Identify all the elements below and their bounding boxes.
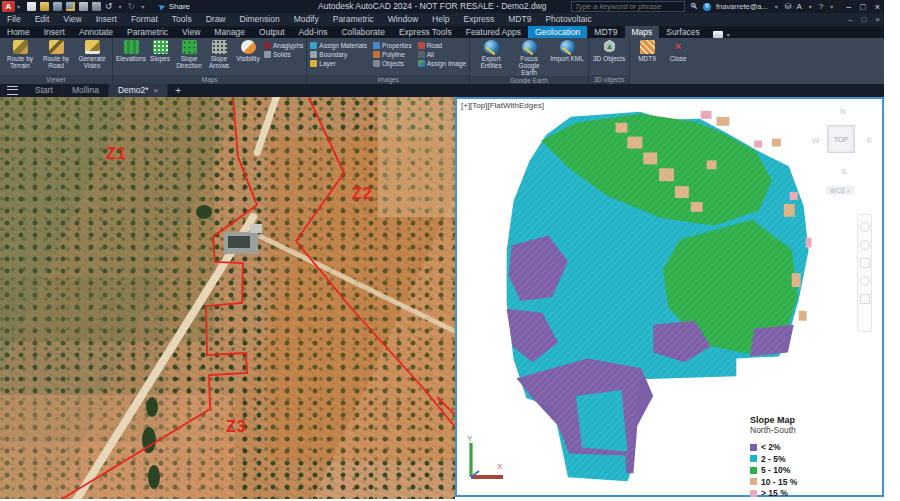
slope-map-viewport[interactable]: [+][Top][FlatWithEdges] N W TOP E S WCS … [455,97,884,497]
elevations-button[interactable]: Elevations [116,40,146,62]
full-navigation-wheel-icon[interactable] [860,222,870,232]
viewcube-west[interactable]: W [812,136,820,145]
tab-view[interactable]: View [175,26,207,38]
aerial-viewport[interactable]: Z1 Z2 Z3 [0,97,455,499]
tab-insert[interactable]: Insert [37,26,72,38]
ribbon-display-toggle[interactable]: ▾ [713,31,732,38]
doc-close-button[interactable]: × [875,13,880,26]
new-tab-button[interactable]: + [168,85,188,96]
export-entities-button[interactable]: Export Entities [473,40,509,69]
redo-caret-icon[interactable]: ▾ [141,3,144,10]
file-tab-close-icon[interactable]: × [154,84,159,97]
menu-item[interactable]: File [0,13,28,26]
viewcube-east[interactable]: E [867,136,872,145]
menu-item[interactable]: Insert [89,13,124,26]
assign-image-button[interactable]: Assign Image [418,60,466,67]
maximize-button[interactable]: □ [860,2,865,12]
account-name[interactable]: fnavarrete@a... [716,2,768,11]
file-tab-mollina[interactable]: Mollina [63,84,109,97]
search-box[interactable] [571,1,685,12]
tab-mdt9[interactable]: MDT9 [587,26,624,38]
route-by-terrain-button[interactable]: Route by Terrain [3,40,37,69]
tab-express-tools[interactable]: Express Tools [392,26,459,38]
menu-item[interactable]: MDT9 [501,13,538,26]
menu-item[interactable]: Format [124,13,165,26]
open-file-icon[interactable] [40,2,49,11]
share-button[interactable]: ➤Share [158,2,190,12]
layer-button[interactable]: Layer [310,60,367,67]
undo-icon[interactable]: ↺ [105,2,113,11]
menu-item[interactable]: View [56,13,88,26]
panel-maps-label[interactable]: Maps [113,75,306,84]
visibility-button[interactable]: Visibility [234,40,262,62]
tab-maps[interactable]: Maps [625,26,660,38]
print-icon[interactable] [92,2,101,11]
tab-surfaces[interactable]: Surfaces [659,26,707,38]
autocad-logo-icon[interactable]: A [2,1,15,12]
objects-button[interactable]: Objects [373,60,412,67]
assign-materials-button[interactable]: Assign Materials [310,42,367,49]
tab-annotate[interactable]: Annotate [72,26,120,38]
account-caret-icon[interactable]: ▾ [775,3,778,10]
menu-item[interactable]: Help [425,13,456,26]
viewcube-north[interactable]: N [840,107,846,116]
route-by-road-button[interactable]: Route by Road [39,40,73,69]
viewcube-wcs-menu[interactable]: WCS ▾ [826,186,854,195]
menu-item[interactable]: Photovoltaic [538,13,598,26]
menu-item[interactable]: Express [457,13,502,26]
menu-item[interactable]: Parametric [326,13,381,26]
user-avatar-icon[interactable] [703,3,711,11]
viewcube-top-face[interactable]: TOP [827,125,855,153]
autodesk-a-icon[interactable]: A [796,0,801,13]
menu-item[interactable]: Window [381,13,425,26]
tab-manage[interactable]: Manage [207,26,252,38]
plot-icon[interactable] [79,2,88,11]
doc-minimize-button[interactable]: – [848,13,852,26]
pan-icon[interactable] [860,240,870,250]
solids-button[interactable]: Solids [264,51,303,58]
tab-output[interactable]: Output [252,26,292,38]
file-tab-demo2[interactable]: Demo2*× [109,84,168,97]
file-tab-menu-icon[interactable] [7,86,18,95]
panel-3d-objects-label[interactable]: 3D objects [589,75,629,84]
menu-item[interactable]: Draw [199,13,233,26]
viewcube-south[interactable]: S [841,167,846,176]
doc-restore-button[interactable]: □ [861,13,866,26]
menu-item[interactable]: Modify [287,13,326,26]
app-store-cart-icon[interactable]: ⛁ [785,0,792,13]
close-window-button[interactable]: × [875,2,880,12]
menu-item[interactable]: Edit [28,13,57,26]
save-as-icon[interactable] [66,2,75,11]
3d-objects-button[interactable]: 3D Objects [592,40,626,62]
redo-icon[interactable]: ↻ [128,2,136,11]
slope-direction-button[interactable]: Slope Direction [174,40,204,69]
tab-home[interactable]: Home [0,26,37,38]
minimize-button[interactable]: – [846,2,851,12]
boundary-button[interactable]: Boundary [310,51,367,58]
help-icon[interactable]: ? [819,0,823,13]
showmotion-icon[interactable] [860,294,870,304]
menu-item[interactable]: Dimension [233,13,287,26]
panel-images-label[interactable]: Images [307,75,469,84]
all-button[interactable]: All [418,51,466,58]
road-button[interactable]: Road [418,42,466,49]
import-kml-button[interactable]: Import KML [549,40,585,62]
slope-arrows-button[interactable]: Slope Arrows [206,40,232,69]
tab-add-ins[interactable]: Add-ins [292,26,335,38]
focus-google-earth-button[interactable]: Focus Google Earth [511,40,547,76]
properties-button[interactable]: Properties [373,42,412,49]
tab-featured-apps[interactable]: Featured Apps [459,26,528,38]
panel-viewer-label[interactable]: Viewer [0,75,112,84]
file-tab-start[interactable]: Start [26,84,63,97]
new-file-icon[interactable] [27,2,36,11]
viewport-controls-label[interactable]: [+][Top][FlatWithEdges] [461,101,544,110]
anaglyphs-button[interactable]: Anaglyphs [264,42,303,49]
tab-parametric[interactable]: Parametric [120,26,175,38]
polyline-button[interactable]: Polyline [373,51,412,58]
slopes-button[interactable]: Slopes [148,40,172,62]
zoom-extents-icon[interactable] [860,258,870,268]
search-input[interactable] [572,2,684,11]
undo-caret-icon[interactable]: ▾ [119,3,122,10]
close-ribbon-button[interactable]: ×Close [666,40,690,62]
tab-geolocation[interactable]: Geolocation [528,26,587,38]
